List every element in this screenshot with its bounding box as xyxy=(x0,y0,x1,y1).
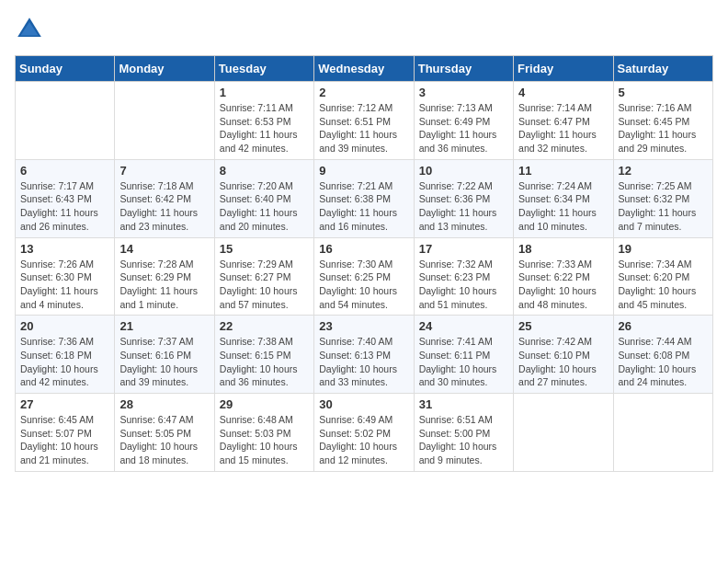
day-number: 14 xyxy=(119,242,209,256)
day-info: Sunrise: 7:12 AM Sunset: 6:51 PM Dayligh… xyxy=(319,101,408,155)
day-number: 15 xyxy=(220,242,309,256)
header-saturday: Saturday xyxy=(613,56,712,82)
day-number: 26 xyxy=(619,319,708,333)
day-number: 7 xyxy=(119,164,209,178)
calendar-cell: 21Sunrise: 7:37 AM Sunset: 6:16 PM Dayli… xyxy=(115,316,214,394)
calendar-cell: 31Sunrise: 6:51 AM Sunset: 5:00 PM Dayli… xyxy=(414,394,513,472)
calendar-cell: 25Sunrise: 7:42 AM Sunset: 6:10 PM Dayli… xyxy=(514,316,613,394)
day-number: 1 xyxy=(220,86,309,99)
day-number: 19 xyxy=(619,242,708,256)
calendar-cell: 6Sunrise: 7:17 AM Sunset: 6:43 PM Daylig… xyxy=(16,159,115,237)
day-number: 12 xyxy=(619,164,708,178)
calendar-cell: 11Sunrise: 7:24 AM Sunset: 6:34 PM Dayli… xyxy=(514,159,613,237)
day-info: Sunrise: 7:16 AM Sunset: 6:45 PM Dayligh… xyxy=(619,101,708,155)
day-number: 20 xyxy=(20,319,109,333)
day-info: Sunrise: 7:33 AM Sunset: 6:22 PM Dayligh… xyxy=(518,258,608,312)
calendar-cell: 2Sunrise: 7:12 AM Sunset: 6:51 PM Daylig… xyxy=(314,82,414,160)
day-info: Sunrise: 7:30 AM Sunset: 6:25 PM Dayligh… xyxy=(319,258,408,312)
calendar-cell: 15Sunrise: 7:29 AM Sunset: 6:27 PM Dayli… xyxy=(214,237,313,316)
day-number: 8 xyxy=(220,164,309,178)
day-info: Sunrise: 7:18 AM Sunset: 6:42 PM Dayligh… xyxy=(119,179,209,234)
day-info: Sunrise: 6:49 AM Sunset: 5:02 PM Dayligh… xyxy=(319,413,408,467)
day-info: Sunrise: 7:25 AM Sunset: 6:32 PM Dayligh… xyxy=(619,179,708,234)
calendar-cell: 1Sunrise: 7:11 AM Sunset: 6:53 PM Daylig… xyxy=(214,82,313,160)
day-number: 21 xyxy=(119,319,209,333)
calendar-cell: 20Sunrise: 7:36 AM Sunset: 6:18 PM Dayli… xyxy=(16,316,115,394)
calendar-cell: 28Sunrise: 6:47 AM Sunset: 5:05 PM Dayli… xyxy=(115,394,214,472)
calendar-cell: 10Sunrise: 7:22 AM Sunset: 6:36 PM Dayli… xyxy=(414,159,513,237)
day-number: 31 xyxy=(419,397,508,411)
calendar-cell: 30Sunrise: 6:49 AM Sunset: 5:02 PM Dayli… xyxy=(314,394,414,472)
week-row-2: 6Sunrise: 7:17 AM Sunset: 6:43 PM Daylig… xyxy=(16,159,713,237)
calendar-cell: 7Sunrise: 7:18 AM Sunset: 6:42 PM Daylig… xyxy=(115,159,214,237)
header-monday: Monday xyxy=(115,56,214,82)
day-number: 5 xyxy=(619,86,708,99)
calendar-cell: 9Sunrise: 7:21 AM Sunset: 6:38 PM Daylig… xyxy=(314,159,414,237)
calendar-cell xyxy=(115,82,214,160)
day-info: Sunrise: 7:44 AM Sunset: 6:08 PM Dayligh… xyxy=(619,335,708,389)
calendar-cell: 29Sunrise: 6:48 AM Sunset: 5:03 PM Dayli… xyxy=(214,394,313,472)
day-number: 23 xyxy=(319,319,408,333)
day-info: Sunrise: 7:42 AM Sunset: 6:10 PM Dayligh… xyxy=(518,335,608,389)
day-info: Sunrise: 7:11 AM Sunset: 6:53 PM Dayligh… xyxy=(220,101,309,155)
day-info: Sunrise: 7:21 AM Sunset: 6:38 PM Dayligh… xyxy=(319,179,408,234)
day-number: 16 xyxy=(319,242,408,256)
day-number: 10 xyxy=(419,164,508,178)
day-info: Sunrise: 7:24 AM Sunset: 6:34 PM Dayligh… xyxy=(518,179,608,234)
header-friday: Friday xyxy=(514,56,613,82)
calendar-table: SundayMondayTuesdayWednesdayThursdayFrid… xyxy=(15,55,713,472)
day-info: Sunrise: 7:38 AM Sunset: 6:15 PM Dayligh… xyxy=(220,335,309,389)
day-info: Sunrise: 6:48 AM Sunset: 5:03 PM Dayligh… xyxy=(220,413,309,467)
day-info: Sunrise: 7:28 AM Sunset: 6:29 PM Dayligh… xyxy=(119,258,209,312)
day-number: 22 xyxy=(220,319,309,333)
day-info: Sunrise: 7:20 AM Sunset: 6:40 PM Dayligh… xyxy=(220,179,309,234)
logo-icon xyxy=(15,15,44,44)
calendar-cell: 16Sunrise: 7:30 AM Sunset: 6:25 PM Dayli… xyxy=(314,237,414,316)
logo xyxy=(15,15,48,44)
calendar-cell: 14Sunrise: 7:28 AM Sunset: 6:29 PM Dayli… xyxy=(115,237,214,316)
calendar-cell: 27Sunrise: 6:45 AM Sunset: 5:07 PM Dayli… xyxy=(16,394,115,472)
day-number: 24 xyxy=(419,319,508,333)
day-number: 25 xyxy=(518,319,608,333)
day-info: Sunrise: 6:45 AM Sunset: 5:07 PM Dayligh… xyxy=(20,413,109,467)
week-row-3: 13Sunrise: 7:26 AM Sunset: 6:30 PM Dayli… xyxy=(16,237,713,316)
calendar-cell xyxy=(514,394,613,472)
header-thursday: Thursday xyxy=(414,56,513,82)
calendar-cell: 3Sunrise: 7:13 AM Sunset: 6:49 PM Daylig… xyxy=(414,82,513,160)
day-info: Sunrise: 6:47 AM Sunset: 5:05 PM Dayligh… xyxy=(119,413,209,467)
calendar-cell: 8Sunrise: 7:20 AM Sunset: 6:40 PM Daylig… xyxy=(214,159,313,237)
day-number: 11 xyxy=(518,164,608,178)
calendar-cell: 12Sunrise: 7:25 AM Sunset: 6:32 PM Dayli… xyxy=(613,159,712,237)
day-number: 17 xyxy=(419,242,508,256)
day-info: Sunrise: 7:13 AM Sunset: 6:49 PM Dayligh… xyxy=(419,101,508,155)
week-row-4: 20Sunrise: 7:36 AM Sunset: 6:18 PM Dayli… xyxy=(16,316,713,394)
day-number: 29 xyxy=(220,397,309,411)
day-info: Sunrise: 7:29 AM Sunset: 6:27 PM Dayligh… xyxy=(220,258,309,312)
calendar-cell: 23Sunrise: 7:40 AM Sunset: 6:13 PM Dayli… xyxy=(314,316,414,394)
calendar-cell: 13Sunrise: 7:26 AM Sunset: 6:30 PM Dayli… xyxy=(16,237,115,316)
calendar-cell: 17Sunrise: 7:32 AM Sunset: 6:23 PM Dayli… xyxy=(414,237,513,316)
calendar-cell: 4Sunrise: 7:14 AM Sunset: 6:47 PM Daylig… xyxy=(514,82,613,160)
calendar-cell: 5Sunrise: 7:16 AM Sunset: 6:45 PM Daylig… xyxy=(613,82,712,160)
day-number: 13 xyxy=(20,242,109,256)
day-info: Sunrise: 7:40 AM Sunset: 6:13 PM Dayligh… xyxy=(319,335,408,389)
header-sunday: Sunday xyxy=(16,56,115,82)
calendar-cell xyxy=(613,394,712,472)
day-info: Sunrise: 7:14 AM Sunset: 6:47 PM Dayligh… xyxy=(518,101,608,155)
calendar-cell: 24Sunrise: 7:41 AM Sunset: 6:11 PM Dayli… xyxy=(414,316,513,394)
day-number: 9 xyxy=(319,164,408,178)
day-number: 3 xyxy=(419,86,508,99)
page-header xyxy=(15,15,713,44)
calendar-cell: 18Sunrise: 7:33 AM Sunset: 6:22 PM Dayli… xyxy=(514,237,613,316)
day-info: Sunrise: 7:32 AM Sunset: 6:23 PM Dayligh… xyxy=(419,258,508,312)
day-info: Sunrise: 6:51 AM Sunset: 5:00 PM Dayligh… xyxy=(419,413,508,467)
day-info: Sunrise: 7:17 AM Sunset: 6:43 PM Dayligh… xyxy=(20,179,109,234)
day-number: 6 xyxy=(20,164,109,178)
header-tuesday: Tuesday xyxy=(214,56,313,82)
day-number: 18 xyxy=(518,242,608,256)
calendar-header-row: SundayMondayTuesdayWednesdayThursdayFrid… xyxy=(16,56,713,82)
calendar-cell xyxy=(16,82,115,160)
day-number: 4 xyxy=(518,86,608,99)
day-info: Sunrise: 7:37 AM Sunset: 6:16 PM Dayligh… xyxy=(119,335,209,389)
day-info: Sunrise: 7:22 AM Sunset: 6:36 PM Dayligh… xyxy=(419,179,508,234)
